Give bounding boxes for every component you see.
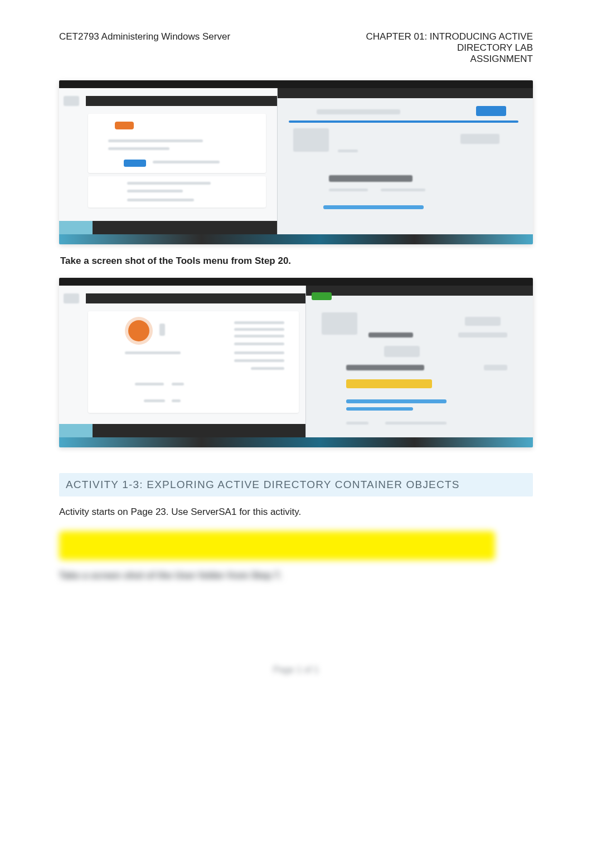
instruction-step20: Take a screen shot of the Tools menu fro… [60, 255, 533, 267]
header-chapter-line1: CHAPTER 01: INTRODUCING ACTIVE DIRECTORY… [321, 31, 533, 54]
header-chapter-line2: ASSIGNMENT [321, 54, 533, 65]
activity-heading: ACTIVITY 1-3: EXPLORING ACTIVE DIRECTORY… [59, 473, 533, 496]
header-chapter: CHAPTER 01: INTRODUCING ACTIVE DIRECTORY… [321, 31, 533, 65]
activity-intro: Activity starts on Page 23. Use ServerSA… [59, 507, 533, 518]
header-course: CET2793 Administering Windows Server [59, 31, 230, 42]
screenshot-step20 [59, 278, 533, 447]
highlighted-note [59, 531, 495, 560]
page-footer: Page 1 of 1 [59, 665, 533, 675]
screenshot-step18 [59, 80, 533, 244]
blurred-instruction: Take a screen shot of the User folder fr… [59, 570, 533, 581]
